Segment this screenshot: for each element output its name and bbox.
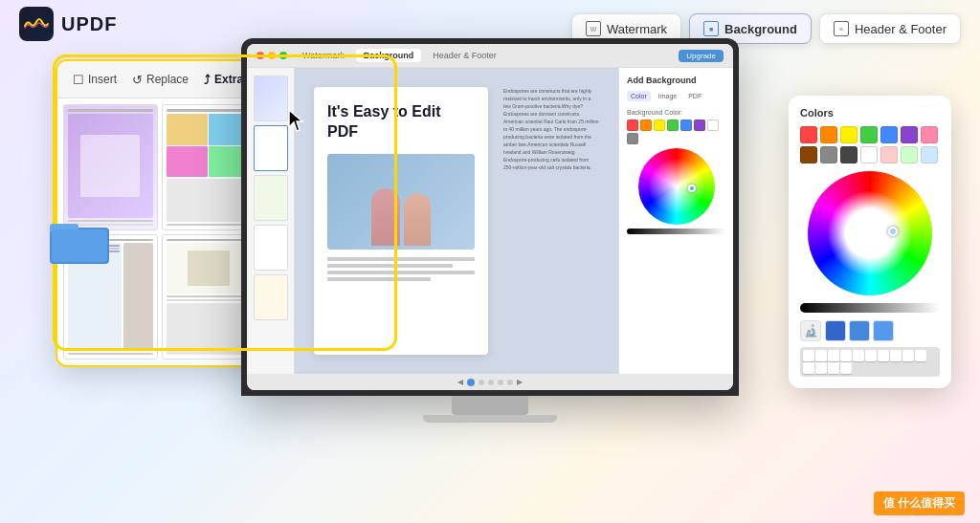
key-14[interactable] [840, 362, 852, 374]
key-10[interactable] [915, 350, 926, 361]
sidebar-page-5[interactable] [254, 274, 288, 320]
cp-swatch-1[interactable] [820, 126, 837, 143]
brightness-bar[interactable] [800, 303, 940, 313]
screen-sidebar [247, 68, 295, 374]
color-swatches-small [627, 120, 725, 144]
monitor: Watermark Background Header & Footer Upg… [241, 38, 739, 423]
color-picker-wheel[interactable] [808, 171, 932, 295]
key-8[interactable] [890, 350, 902, 361]
swatch-green[interactable] [667, 120, 679, 131]
sidebar-page-4[interactable] [254, 225, 288, 271]
screen-main: It's Easy to Edit PDF [295, 68, 618, 374]
cp-swatch-9[interactable] [840, 146, 858, 163]
brightness-bar-small[interactable] [627, 229, 725, 234]
tab-background[interactable]: Background [356, 49, 422, 62]
monitor-stand [452, 396, 528, 415]
color-wheel-small[interactable] [638, 148, 715, 225]
swatch-yellow[interactable] [654, 120, 665, 131]
cp-swatch-12[interactable] [901, 146, 918, 163]
pdf-main-title: It's Easy to Edit PDF [327, 102, 475, 142]
color-picker-panel: Colors 🔬 [789, 96, 951, 388]
insert-icon: ☐ [73, 73, 84, 87]
cp-swatch-6[interactable] [921, 126, 938, 143]
screen-inner: Watermark Background Header & Footer Upg… [247, 44, 733, 390]
svg-rect-3 [52, 229, 107, 262]
cp-swatch-8[interactable] [820, 146, 837, 163]
logo-area: UPDF [19, 7, 117, 41]
cp-swatch-10[interactable] [860, 146, 878, 163]
selected-color-box[interactable] [825, 320, 846, 341]
app-name: UPDF [61, 13, 117, 35]
key-5[interactable] [853, 350, 864, 361]
key-9[interactable] [902, 350, 914, 361]
close-dot[interactable] [256, 52, 264, 59]
tab-watermark[interactable]: Watermark [295, 49, 352, 62]
swatch-red[interactable] [627, 120, 638, 131]
screen-pagination: ◀ ▶ [247, 374, 733, 390]
cp-swatch-5[interactable] [901, 126, 918, 143]
pdf-tab[interactable]: PDF [684, 91, 705, 101]
monitor-base [423, 415, 557, 423]
swatch-gray[interactable] [627, 133, 638, 144]
key-7[interactable] [878, 350, 889, 361]
watermark-badge: 值 什么值得买 [874, 491, 965, 515]
page-dot-4[interactable] [498, 380, 503, 385]
replace-button[interactable]: ↺ Replace [132, 73, 189, 87]
keyboard-area [800, 347, 940, 377]
tab-bar: Watermark Background Header & Footer [295, 49, 504, 62]
app-logo-icon [19, 7, 54, 41]
key-13[interactable] [828, 362, 839, 374]
minimize-dot[interactable] [268, 52, 276, 59]
watermark-text: 值 什么值得买 [883, 496, 955, 510]
key-2[interactable] [815, 350, 827, 361]
swatch-purple[interactable] [694, 120, 705, 131]
previous-color-box[interactable] [849, 320, 870, 341]
cp-swatch-4[interactable] [880, 126, 898, 143]
page-dot-5[interactable] [507, 380, 513, 385]
insert-label: Insert [88, 73, 117, 86]
monitor-screen: Watermark Background Header & Footer Upg… [241, 38, 739, 396]
color-box-row [825, 320, 894, 341]
color-picker-title: Colors [800, 107, 940, 119]
color-wheel-cursor[interactable] [888, 227, 898, 236]
upgrade-button[interactable]: Upgrade [679, 50, 724, 62]
pdf-text-lines [327, 257, 475, 281]
preset-color-box-1[interactable] [873, 320, 894, 341]
image-tab[interactable]: Image [655, 91, 680, 101]
eyedropper-icon: 🔬 [804, 324, 818, 338]
cp-swatch-3[interactable] [860, 126, 878, 143]
key-1[interactable] [803, 350, 814, 361]
cp-swatch-13[interactable] [921, 146, 938, 163]
color-picker-bottom: 🔬 [800, 320, 940, 341]
color-tab[interactable]: Color [627, 91, 651, 101]
key-6[interactable] [865, 350, 877, 361]
sidebar-page-1[interactable] [254, 76, 288, 121]
tab-header-footer[interactable]: Header & Footer [425, 49, 504, 62]
svg-marker-0 [289, 110, 302, 131]
key-12[interactable] [815, 362, 827, 374]
extract-icon: ⤴ [204, 73, 211, 87]
sidebar-page-2[interactable] [254, 125, 288, 171]
pdf-image [327, 154, 475, 250]
cp-swatch-11[interactable] [880, 146, 898, 163]
sidebar-page-3[interactable] [254, 175, 288, 221]
key-11[interactable] [803, 362, 814, 374]
page-dot-3[interactable] [488, 380, 494, 385]
replace-icon: ↺ [132, 73, 143, 87]
swatch-blue[interactable] [680, 120, 692, 131]
key-3[interactable] [828, 350, 839, 361]
cp-swatch-2[interactable] [840, 126, 858, 143]
swatch-white[interactable] [707, 120, 719, 131]
page-dot-1[interactable] [467, 379, 475, 386]
bg-color-label: Background Color: [627, 109, 725, 116]
screen-content: It's Easy to Edit PDF [247, 68, 733, 374]
cp-swatch-0[interactable] [800, 126, 817, 143]
swatch-orange[interactable] [640, 120, 652, 131]
page-dot-2[interactable] [479, 380, 484, 385]
color-picker-swatches [800, 126, 940, 163]
insert-button[interactable]: ☐ Insert [73, 73, 117, 87]
cp-swatch-7[interactable] [800, 146, 817, 163]
maximize-dot[interactable] [279, 52, 287, 59]
key-4[interactable] [840, 350, 852, 361]
eyedropper-tool[interactable]: 🔬 [800, 320, 821, 341]
